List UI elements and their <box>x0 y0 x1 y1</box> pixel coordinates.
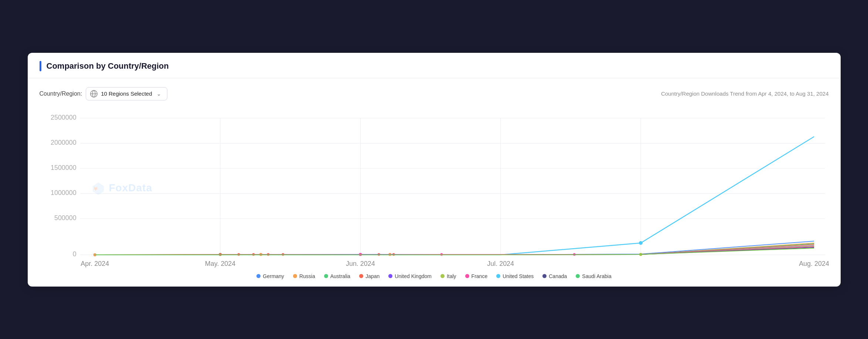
svg-text:1500000: 1500000 <box>50 164 76 171</box>
legend-dot <box>542 274 547 278</box>
legend-item: Italy <box>440 273 456 279</box>
legend-item: Saudi Arabia <box>576 273 611 279</box>
legend-label: Italy <box>447 273 456 279</box>
legend-dot <box>576 274 580 278</box>
legend-item: Canada <box>542 273 567 279</box>
chevron-down-icon: ⌄ <box>157 91 161 97</box>
legend-dot <box>324 274 328 278</box>
legend-label: Japan <box>365 273 379 279</box>
trend-label: Country/Region Downloads Trend from Apr … <box>661 90 829 97</box>
svg-text:2500000: 2500000 <box>50 113 76 121</box>
main-card: Comparison by Country/Region Country/Reg… <box>28 53 841 287</box>
legend-item: United Kingdom <box>388 273 432 279</box>
legend-item: Russia <box>293 273 315 279</box>
legend-dot <box>440 274 445 278</box>
legend-dot <box>256 274 261 278</box>
legend-label: Russia <box>299 273 315 279</box>
legend-item: United States <box>496 273 534 279</box>
legend-label: France <box>472 273 488 279</box>
legend-dot <box>293 274 297 278</box>
region-selector: Country/Region: 10 Regions Selected ⌄ <box>40 87 167 100</box>
globe-icon <box>90 90 98 98</box>
legend-label: Canada <box>549 273 567 279</box>
legend-dot <box>388 274 392 278</box>
legend-dot <box>359 274 363 278</box>
legend-item: Japan <box>359 273 379 279</box>
svg-point-24 <box>639 241 642 245</box>
svg-text:May. 2024: May. 2024 <box>205 260 235 267</box>
legend-label: United States <box>503 273 534 279</box>
chart-area: 2500000 2000000 1500000 1000000 500000 0… <box>40 107 829 270</box>
legend-label: United Kingdom <box>395 273 432 279</box>
svg-point-42 <box>359 253 362 256</box>
legend-item: Australia <box>324 273 350 279</box>
legend-label: Saudi Arabia <box>582 273 611 279</box>
page-title: Comparison by Country/Region <box>47 61 169 71</box>
svg-text:1000000: 1000000 <box>50 189 76 196</box>
card-body: Country/Region: 10 Regions Selected ⌄ Co… <box>28 78 841 287</box>
chart-svg: 2500000 2000000 1500000 1000000 500000 0… <box>40 107 829 270</box>
svg-text:Aug. 2024: Aug. 2024 <box>799 260 829 267</box>
svg-text:Jun. 2024: Jun. 2024 <box>346 260 375 267</box>
card-header: Comparison by Country/Region <box>28 53 841 78</box>
svg-text:0: 0 <box>72 250 76 257</box>
region-dropdown[interactable]: 10 Regions Selected ⌄ <box>86 87 167 100</box>
legend-item: France <box>465 273 488 279</box>
region-label: Country/Region: <box>40 90 82 97</box>
svg-text:Apr. 2024: Apr. 2024 <box>81 260 109 267</box>
svg-text:Jul. 2024: Jul. 2024 <box>487 260 514 267</box>
header-accent <box>40 61 41 71</box>
svg-text:2000000: 2000000 <box>50 138 76 146</box>
legend-label: Germany <box>263 273 284 279</box>
svg-point-43 <box>440 253 443 256</box>
legend-item: Germany <box>256 273 284 279</box>
legend-row: Germany Russia Australia Japan United Ki… <box>40 273 829 279</box>
region-selected-label: 10 Regions Selected <box>101 90 152 97</box>
svg-text:500000: 500000 <box>54 214 76 221</box>
legend-label: Australia <box>330 273 350 279</box>
legend-dot <box>465 274 469 278</box>
legend-dot <box>496 274 500 278</box>
controls-row: Country/Region: 10 Regions Selected ⌄ Co… <box>40 87 829 100</box>
